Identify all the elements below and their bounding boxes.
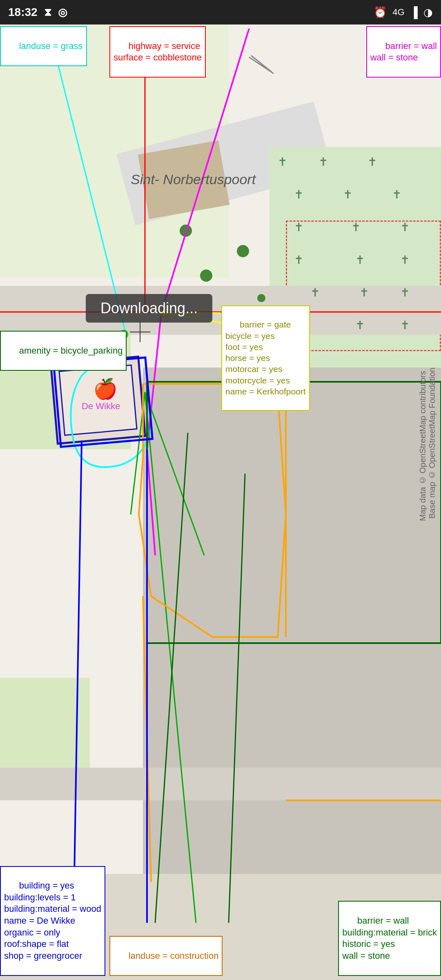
cross-1: ✝ bbox=[278, 155, 287, 169]
attribution-text-2: Base map © OpenStreetMap Foundation bbox=[428, 368, 437, 519]
label-barrier-wall-bottom-text: barrier = wall building:material = brick… bbox=[342, 915, 437, 961]
cross-8: ✝ bbox=[351, 220, 361, 234]
status-bar: 18:32 ⧗ ◎ ⏰ 4G ▐ ◑ bbox=[0, 0, 441, 24]
label-highway-service[interactable]: highway = service surface = cobblestone bbox=[109, 26, 206, 78]
crosshair-cursor bbox=[130, 322, 150, 342]
place-name: Sint- Norbertuspoort bbox=[131, 172, 256, 187]
battery-icon: ◑ bbox=[423, 6, 433, 19]
road-bottom bbox=[0, 768, 441, 800]
label-amenity-bicycle[interactable]: amenity = bicycle_parking bbox=[0, 331, 127, 371]
cross-12: ✝ bbox=[400, 253, 410, 267]
cross-7: ✝ bbox=[294, 220, 303, 234]
map-container[interactable]: ✝ ✝ ✝ ✝ ✝ ✝ ✝ ✝ ✝ ✝ ✝ ✝ ✝ ✝ ✝ ✝ ✝ ✝ bbox=[0, 24, 441, 980]
green-dot-4 bbox=[257, 294, 265, 302]
label-barrier-wall-text: barrier = wall wall = stone bbox=[370, 41, 437, 63]
label-construction-text: landuse = construction bbox=[129, 951, 219, 961]
signal-icon: ▐ bbox=[410, 6, 418, 19]
apple-icon: 🍎 bbox=[93, 378, 118, 401]
label-landuse-grass-text: landuse = grass bbox=[19, 41, 83, 51]
label-building-dewikke[interactable]: building = yes building:levels = 1 build… bbox=[0, 866, 105, 976]
main-road bbox=[0, 286, 441, 335]
hourglass-icon: ⧗ bbox=[44, 6, 51, 19]
cross-11: ✝ bbox=[355, 253, 365, 267]
cross-9: ✝ bbox=[400, 220, 410, 234]
label-amenity-text: amenity = bicycle_parking bbox=[19, 345, 123, 356]
cross-15: ✝ bbox=[400, 286, 410, 299]
attribution-text-1: Map data © OpenStreetMap contributors bbox=[418, 371, 427, 521]
cross-6: ✝ bbox=[392, 188, 401, 201]
cross-4: ✝ bbox=[294, 188, 303, 201]
cross-3: ✝ bbox=[368, 155, 377, 169]
dewikke-label: De Wikke bbox=[82, 401, 120, 412]
label-barrier-wall-top[interactable]: barrier = wall wall = stone bbox=[366, 26, 441, 78]
status-right: ⏰ 4G ▐ ◑ bbox=[374, 6, 433, 19]
label-landuse-construction[interactable]: landuse = construction bbox=[109, 936, 223, 976]
downloading-overlay: Downloading... bbox=[86, 294, 212, 323]
status-left: 18:32 ⧗ ◎ bbox=[8, 6, 67, 19]
label-highway-text: highway = service surface = cobblestone bbox=[114, 41, 202, 63]
attribution: Map data © OpenStreetMap contributors Ba… bbox=[418, 368, 437, 521]
cross-13: ✝ bbox=[310, 286, 320, 299]
location-icon: ◎ bbox=[58, 6, 67, 19]
network-4g: 4G bbox=[392, 7, 404, 18]
app: 18:32 ⧗ ◎ ⏰ 4G ▐ ◑ ✝ ✝ ✝ bbox=[0, 0, 441, 980]
svg-line-21 bbox=[249, 57, 274, 74]
cross-18: ✝ bbox=[400, 318, 410, 332]
alarm-icon: ⏰ bbox=[374, 6, 387, 19]
label-building-dewikke-text: building = yes building:levels = 1 build… bbox=[4, 880, 101, 961]
cross-2: ✝ bbox=[318, 155, 328, 169]
label-barrier-wall-bottom[interactable]: barrier = wall building:material = brick… bbox=[338, 901, 441, 976]
cross-14: ✝ bbox=[359, 286, 369, 299]
cross-17: ✝ bbox=[355, 318, 365, 332]
time-display: 18:32 bbox=[8, 6, 38, 19]
label-barrier-gate-text: barrier = gate bicycle = yes foot = yes … bbox=[225, 320, 306, 396]
svg-line-22 bbox=[251, 56, 272, 72]
label-landuse-grass[interactable]: landuse = grass bbox=[0, 26, 87, 66]
cross-5: ✝ bbox=[343, 188, 352, 201]
downloading-text: Downloading... bbox=[100, 300, 198, 316]
green-dot-3 bbox=[200, 270, 212, 282]
cross-10: ✝ bbox=[294, 253, 303, 267]
green-dot-1 bbox=[180, 225, 192, 237]
green-dot-2 bbox=[237, 245, 249, 257]
label-barrier-gate[interactable]: barrier = gate bicycle = yes foot = yes … bbox=[221, 305, 310, 411]
